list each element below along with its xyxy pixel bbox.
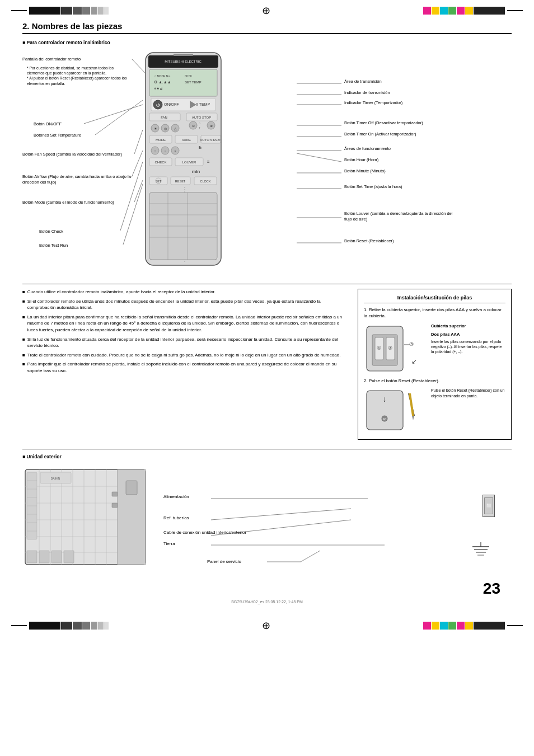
svg-text:❄ ✱ ⇄: ❄ ✱ ⇄ xyxy=(154,87,162,90)
label-screen: Pantalla del controlador remoto xyxy=(22,57,132,62)
svg-text:+: + xyxy=(199,126,200,129)
cubierta-label: Cubierta superior xyxy=(431,323,505,329)
svg-line-71 xyxy=(134,180,143,202)
label-fan-speed: Botón Fan Speed (cambia la velocidad del… xyxy=(22,152,134,157)
svg-text:R: R xyxy=(383,417,386,421)
label-alimentacion: Alimentación xyxy=(163,494,189,499)
svg-line-80 xyxy=(297,153,341,162)
battery-step1: 1. Retire la cubierta superior, inserte … xyxy=(364,307,505,319)
label-area-transmision: Área de transmisión xyxy=(344,79,382,84)
svg-text:②: ② xyxy=(388,345,392,351)
battery-text-area: Cubierta superior Dos pilas AAA Inserte … xyxy=(431,323,505,354)
bullet-item-5: ■ Trate el controlador remoto con cuidad… xyxy=(22,352,349,359)
svg-text:h: h xyxy=(199,145,202,150)
svg-text:CLOCK: CLOCK xyxy=(200,180,211,183)
label-cable-conexion: Cable de conexión unidad interior/exteri… xyxy=(163,530,246,536)
bar-group-left xyxy=(29,7,109,15)
bottom-center-crosshair: ⊕ xyxy=(111,619,421,632)
svg-text:☆ MODE No.: ☆ MODE No. xyxy=(154,74,171,78)
label-airflow: Botón Airflow (Flujo de aire, cambia hac… xyxy=(22,174,132,185)
svg-line-72 xyxy=(120,162,143,231)
svg-text:DAIKIN: DAIKIN xyxy=(51,477,60,480)
svg-text:MODE: MODE xyxy=(156,138,166,142)
bullet-battery-section: ■ Cuando utilice el controlador remoto i… xyxy=(22,289,512,440)
top-center-crosshair: ⊕ xyxy=(111,4,421,17)
bullet-item-6: ■ Para impedir que el controlador remoto… xyxy=(22,361,349,374)
svg-text:CHECK: CHECK xyxy=(154,161,166,164)
svg-text:③: ③ xyxy=(409,341,414,347)
exterior-section: ■ Unidad exterior xyxy=(22,454,512,574)
top-bar: ⊕ xyxy=(0,0,534,21)
svg-text:AUTO START: AUTO START xyxy=(200,138,221,142)
exterior-diagram-area: DAIKIN ⬜ xyxy=(22,464,512,574)
svg-rect-65 xyxy=(174,54,193,56)
svg-rect-130 xyxy=(112,492,118,496)
label-reset: Botón Reset (Restablecer) xyxy=(344,238,394,243)
reset-instructions: Pulse el botón Reset (Restablecer) con u… xyxy=(431,388,505,398)
svg-text:VANE: VANE xyxy=(182,138,191,142)
svg-line-73 xyxy=(123,184,143,245)
svg-text:RESET: RESET xyxy=(175,180,186,183)
page-number-area: 23 xyxy=(22,580,512,598)
label-tierra: Tierra xyxy=(163,541,175,546)
bullet-list: ■ Cuando utilice el controlador remoto i… xyxy=(22,289,349,440)
label-panel-servicio: Panel de servicio xyxy=(207,559,241,564)
svg-text:☀: ☀ xyxy=(154,127,157,130)
label-timer-off: Botón Timer Off (Desactivar temporizador… xyxy=(344,120,423,125)
svg-marker-99 xyxy=(409,393,414,416)
bullet-item-1: ■ Cuando utilice el controlador remoto i… xyxy=(22,289,349,295)
svg-rect-128 xyxy=(51,551,62,563)
svg-rect-131 xyxy=(112,503,118,508)
bottom-bar: ⊕ xyxy=(0,615,534,636)
divider-1 xyxy=(22,284,512,284)
svg-text:⏻: ⏻ xyxy=(156,103,160,107)
label-check: Botón Check xyxy=(39,229,63,234)
battery-diagram-2: R ↓ Pulse el botón Reset (Restablecer) c… xyxy=(364,388,505,434)
bar-line-right xyxy=(507,10,523,11)
exterior-subsection-label: ■ Unidad exterior xyxy=(22,454,512,459)
label-set-time: Botón Set Time (ajusta la hora) xyxy=(344,184,402,189)
page-footer: BG79U794H02_es 23 05.12.22, 1:45 PM xyxy=(22,600,512,604)
svg-text:LOUVER: LOUVER xyxy=(182,161,196,164)
label-screen-note: * Por cuestiones de claridad, se muestra… xyxy=(27,65,130,86)
svg-text:⚙ ▲.▲▲: ⚙ ▲.▲▲ xyxy=(154,80,171,84)
svg-text:min: min xyxy=(192,169,200,174)
svg-rect-126 xyxy=(27,551,37,563)
label-indicador-transmision: Indicador de transmisión xyxy=(344,90,390,95)
bar-line-left xyxy=(11,10,27,11)
remote-diagram-area: Pantalla del controlador remoto * Por cu… xyxy=(22,50,515,279)
bottom-bar-line-left xyxy=(11,625,27,626)
page-content: 2. Nombres de las piezas ■ Para controla… xyxy=(0,21,534,615)
svg-text:①: ① xyxy=(377,345,381,351)
svg-rect-127 xyxy=(39,551,49,563)
label-indicador-timer: Indicador Timer (Temporizador) xyxy=(344,100,402,105)
svg-text:↑: ↑ xyxy=(154,149,156,153)
battery-diagram-1: ① ② ③ ↙ Cubierta superior Dos pilas AAA xyxy=(364,323,505,374)
label-ref-tuberias: Ref. tuberías xyxy=(163,515,189,520)
svg-text:×: × xyxy=(174,149,176,153)
svg-text:SET TEMP: SET TEMP xyxy=(185,81,202,84)
svg-text:◎: ◎ xyxy=(164,127,167,130)
svg-line-144 xyxy=(301,551,320,562)
svg-text:MITSUBISHI ELECTRIC: MITSUBISHI ELECTRIC xyxy=(165,60,202,63)
battery-step2: 2. Pulse el botón Reset (Restablecer). xyxy=(364,378,505,383)
svg-text:○: ○ xyxy=(199,121,200,125)
bullet-item-4: ■ Si la luz de funcionamiento situada ce… xyxy=(22,336,349,349)
bottom-bar-line-right xyxy=(507,625,523,626)
exterior-labels-area: ⬜ xyxy=(162,464,512,573)
svg-line-69 xyxy=(134,130,143,154)
svg-text:ON/OFF: ON/OFF xyxy=(164,102,179,106)
svg-text:⊖: ⊖ xyxy=(192,124,195,128)
label-hour: Botón Hour (Hora) xyxy=(344,157,378,162)
svg-text:↓: ↓ xyxy=(165,149,166,153)
svg-text:△: △ xyxy=(174,127,177,130)
svg-text:↙: ↙ xyxy=(411,358,417,365)
svg-text:↓: ↓ xyxy=(383,395,387,403)
battery-image-2: R ↓ xyxy=(364,388,425,434)
bottom-bar-group-right xyxy=(423,622,505,630)
wireless-subsection-label: ■ Para controlador remoto inalámbrico xyxy=(22,40,512,45)
pilas-instructions: Inserte las pilas comenzando por el polo… xyxy=(431,339,505,354)
divider-2 xyxy=(22,449,512,449)
svg-rect-117 xyxy=(126,481,137,495)
label-on-off: Botón ON/OFF xyxy=(34,121,62,126)
